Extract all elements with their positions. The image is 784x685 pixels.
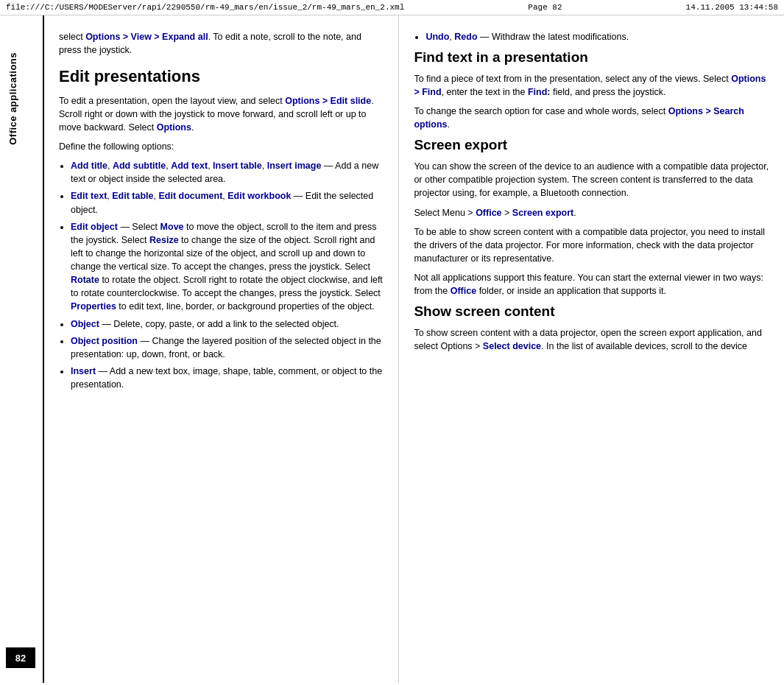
add-text-link: Add text — [171, 161, 208, 171]
edit-document-link: Edit document — [158, 191, 222, 201]
screen-para2: Select Menu > Office > Screen export. — [414, 206, 771, 219]
page-number: 82 — [6, 647, 35, 668]
sidebar-label: Office applications — [7, 52, 18, 145]
options-find-link: Options > Find — [414, 74, 766, 97]
office-folder-link: Office — [451, 286, 476, 296]
undo-item: Undo, Redo — Withdraw the latest modific… — [425, 30, 771, 43]
list-item: Object position — Change the layered pos… — [71, 334, 385, 361]
find-field-link: Find: — [528, 87, 551, 97]
define-label: Define the following options: — [59, 140, 385, 153]
edit-workbook-link: Edit workbook — [227, 191, 291, 201]
resize-link: Resize — [149, 235, 179, 245]
undo-list: Undo, Redo — Withdraw the latest modific… — [425, 30, 771, 43]
list-item: Edit object — Select Move to move the ob… — [71, 220, 385, 314]
find-text-heading: Find text in a presentation — [414, 49, 771, 66]
options-link2: Options — [157, 122, 191, 133]
office-link: Office — [476, 208, 501, 218]
left-column: select Options > View > Expand all. To e… — [44, 15, 399, 683]
options-link: Options > View > Expand all — [85, 32, 208, 42]
edit-text-link: Edit text — [71, 191, 107, 201]
screen-export-link: Screen export — [512, 208, 573, 218]
options-search-link: Options > Search options — [414, 106, 744, 130]
main-content: Office applications 82 select Options > … — [0, 15, 784, 683]
edit-table-link: Edit table — [112, 191, 153, 201]
options-list: Add title, Add subtitle, Add text, Inser… — [71, 159, 385, 391]
screen-para1: You can show the screen of the device to… — [414, 160, 771, 200]
screen-para4: Not all applications support this featur… — [414, 271, 771, 298]
options-edit-slide-link: Options > Edit slide — [285, 96, 371, 106]
show-screen-heading: Show screen content — [414, 303, 771, 320]
screen-para3: To be able to show screen content with a… — [414, 225, 771, 265]
select-device-link: Select device — [483, 341, 541, 351]
insert-image-link: Insert image — [267, 161, 322, 171]
rotate-link: Rotate — [71, 275, 99, 285]
top-bar: file:///C:/USERS/MODEServer/rapi/2290550… — [0, 0, 784, 15]
list-item: Edit text, Edit table, Edit document, Ed… — [71, 189, 385, 216]
insert-link: Insert — [71, 366, 96, 376]
add-title-link: Add title — [71, 161, 107, 171]
sidebar: Office applications 82 — [0, 15, 44, 683]
list-item: Object — Delete, copy, paste, or add a l… — [71, 317, 385, 331]
properties-link: Properties — [71, 301, 116, 312]
object-position-link: Object position — [71, 336, 138, 346]
right-column: Undo, Redo — Withdraw the latest modific… — [399, 15, 784, 683]
list-item: Add title, Add subtitle, Add text, Inser… — [71, 159, 385, 186]
edit-object-link: Edit object — [71, 222, 118, 232]
filepath: file:///C:/USERS/MODEServer/rapi/2290550… — [6, 3, 404, 12]
screen-export-heading: Screen export — [414, 137, 771, 154]
undo-redo-link: Undo — [425, 32, 449, 42]
page-label: Page 82 — [528, 3, 562, 12]
object-link: Object — [71, 319, 99, 329]
edit-presentations-para1: To edit a presentation, open the layout … — [59, 94, 385, 134]
list-item: Insert — Add a new text box, image, shap… — [71, 365, 385, 391]
content-area: select Options > View > Expand all. To e… — [44, 15, 784, 683]
edit-presentations-heading: Edit presentations — [59, 67, 385, 86]
date: 14.11.2005 13:44:58 — [686, 3, 778, 12]
intro-text: select Options > View > Expand all. To e… — [59, 30, 385, 57]
redo-link: Redo — [454, 32, 477, 42]
find-para2: To change the search option for case and… — [414, 105, 771, 131]
move-link: Move — [160, 222, 184, 232]
add-subtitle-link: Add subtitle — [113, 161, 166, 171]
show-para1: To show screen content with a data proje… — [414, 326, 771, 353]
insert-table-link: Insert table — [213, 161, 262, 171]
find-para1: To find a piece of text from in the pres… — [414, 72, 771, 99]
